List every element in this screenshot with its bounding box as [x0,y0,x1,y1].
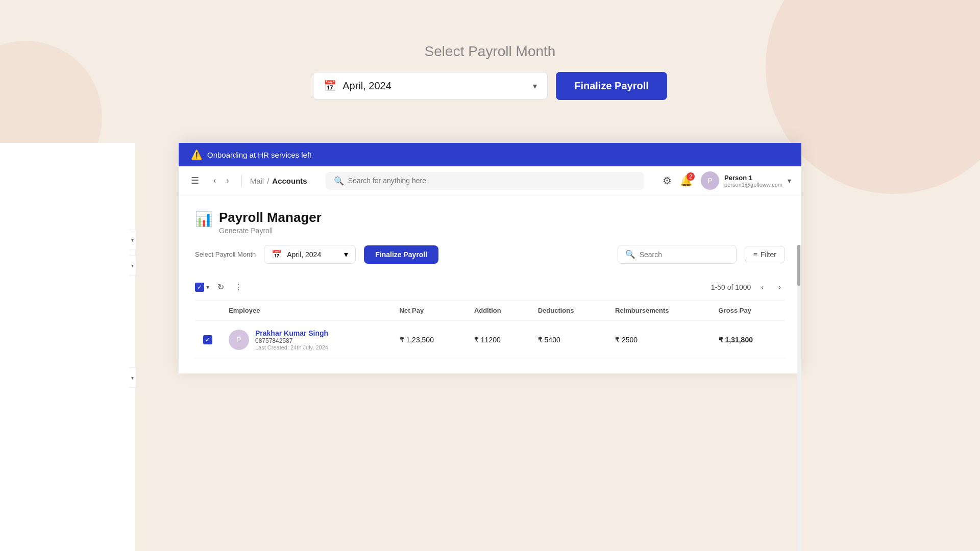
employee-details: Prakhar Kumar Singh 08757842587 Last Cre… [255,329,328,350]
page-title: Payroll Manager [219,210,322,226]
payroll-table: Employee Net Pay Addition Deductions Rei… [195,300,785,359]
notification-badge: 2 [687,172,695,181]
warning-icon: ⚠️ [191,149,202,160]
pagination-next-button[interactable]: › [774,281,785,294]
breadcrumb-parent: Mail [250,177,264,185]
dropdown-arrow-large: ▾ [533,81,537,91]
gross-pay-cell: ₹ 1,31,800 [710,321,785,359]
filter-icon: ≡ [753,251,757,259]
pagination-info: 1-50 of 1000 ‹ › [711,281,785,294]
refresh-button[interactable]: ↻ [215,280,226,294]
employee-avatar: P [229,330,249,350]
col-addition: Addition [466,300,530,321]
col-gross-pay: Gross Pay [710,300,785,321]
page-subtitle: Generate Payroll [219,227,322,235]
reimbursements-value: ₹ 2500 [615,336,638,344]
month-selector-large[interactable]: 📅 April, 2024 ▾ [313,72,548,99]
left-sidebar [0,143,135,551]
finalize-payroll-button-large[interactable]: Finalize Payroll [556,72,667,100]
col-deductions: Deductions [530,300,607,321]
toolbar-row: Select Payroll Month 📅 April, 2024 ▾ Fin… [195,245,785,264]
search-icon-table: 🔍 [625,249,635,259]
user-menu[interactable]: P Person 1 person1@gofloww.com ▾ [701,171,791,190]
col-checkbox [195,300,220,321]
nav-icons: ⚙ 🔔 2 P Person 1 person1@gofloww.com ▾ [663,171,791,190]
global-search-input[interactable] [348,177,636,185]
table-row: ✓ P Prakhar Kumar Singh 08757842587 Last… [195,321,785,359]
calendar-icon-small: 📅 [272,249,282,259]
employee-cell: P Prakhar Kumar Singh 08757842587 Last C… [220,321,391,359]
deductions-cell: ₹ 5400 [530,321,607,359]
finalize-payroll-button-small[interactable]: Finalize Payroll [364,245,438,264]
modal-controls: 📅 April, 2024 ▾ Finalize Payroll [313,72,667,100]
sidebar-collapse-tab-1[interactable]: ▾ [129,230,136,250]
row-checkbox[interactable]: ✓ [203,335,212,344]
pagination-text: 1-50 of 1000 [711,283,751,291]
user-dropdown-arrow-icon: ▾ [788,177,791,185]
gross-pay-value: ₹ 1,31,800 [719,336,753,344]
table-search-box[interactable]: 🔍 [618,245,737,264]
select-all-checkbox[interactable]: ✓ [195,283,204,292]
page-header-text: Payroll Manager Generate Payroll [219,210,322,235]
nav-divider [241,174,242,187]
select-payroll-label: Select Payroll Month [195,251,256,258]
col-net-pay: Net Pay [391,300,466,321]
sidebar-collapse-tab-3[interactable]: ▾ [129,367,136,388]
dropdown-arrow-small: ▾ [344,249,348,259]
top-nav: ☰ ‹ › Mail / Accounts 🔍 ⚙ 🔔 2 P Person 1 [179,166,801,195]
nav-forward-button[interactable]: › [222,174,233,187]
employee-phone: 08757842587 [255,337,328,344]
page-header: 📊 Payroll Manager Generate Payroll [195,210,785,235]
selected-month-small: April, 2024 [287,251,339,259]
employee-info: P Prakhar Kumar Singh 08757842587 Last C… [229,329,383,350]
breadcrumb-current: Accounts [272,177,307,185]
employee-name: Prakhar Kumar Singh [255,329,328,337]
modal-overlay: Select Payroll Month 📅 April, 2024 ▾ Fin… [0,0,980,143]
modal-title: Select Payroll Month [425,43,556,60]
user-details: Person 1 person1@gofloww.com [724,174,782,188]
payroll-manager-icon: 📊 [195,211,213,228]
col-reimbursements: Reimbursements [607,300,710,321]
notification-banner: ⚠️ Onboarding at HR services left [179,143,801,166]
selected-month-large: April, 2024 [342,80,527,92]
scrollbar-thumb[interactable] [797,245,800,286]
scrollbar-track[interactable] [797,245,801,551]
app-container: ⚠️ Onboarding at HR services left ☰ ‹ › … [179,143,801,373]
addition-cell: ₹ 11200 [466,321,530,359]
table-header-row: Employee Net Pay Addition Deductions Rei… [195,300,785,321]
addition-value: ₹ 11200 [474,336,501,344]
reimbursements-cell: ₹ 2500 [607,321,710,359]
user-avatar: P [701,171,719,190]
select-all-dropdown[interactable]: ▾ [206,284,209,291]
filter-button[interactable]: ≡ Filter [745,246,785,263]
notification-text: Onboarding at HR services left [207,151,311,159]
deductions-value: ₹ 5400 [538,336,560,344]
employee-date: Last Created: 24th July, 2024 [255,344,328,350]
sidebar-toggle-button[interactable]: ☰ [189,173,201,188]
page-content: 📊 Payroll Manager Generate Payroll Selec… [179,195,801,373]
global-search-bar[interactable]: 🔍 [326,172,644,190]
filter-label: Filter [761,251,776,259]
settings-icon-button[interactable]: ⚙ [663,174,672,187]
pagination-prev-button[interactable]: ‹ [757,281,768,294]
user-email: person1@gofloww.com [724,182,782,188]
nav-back-button[interactable]: ‹ [209,174,220,187]
net-pay-cell: ₹ 1,23,500 [391,321,466,359]
user-name: Person 1 [724,174,782,182]
breadcrumb-separator: / [267,177,269,185]
nav-arrows: ‹ › [209,174,233,187]
notifications-button[interactable]: 🔔 2 [680,174,693,187]
net-pay-value: ₹ 1,23,500 [400,336,434,344]
table-controls: ✓ ▾ ↻ ⋮ 1-50 of 1000 ‹ › [195,274,785,300]
breadcrumb: Mail / Accounts [250,177,307,185]
more-options-button[interactable]: ⋮ [232,280,244,294]
sidebar-collapse-tab-2[interactable]: ▾ [129,255,136,276]
table-search-input[interactable] [640,251,729,259]
calendar-icon-large: 📅 [324,80,336,92]
row-checkbox-cell[interactable]: ✓ [195,321,220,359]
select-all-container: ✓ ▾ [195,283,209,292]
col-employee: Employee [220,300,391,321]
search-icon: 🔍 [334,176,344,186]
month-dropdown-small[interactable]: 📅 April, 2024 ▾ [264,245,356,264]
